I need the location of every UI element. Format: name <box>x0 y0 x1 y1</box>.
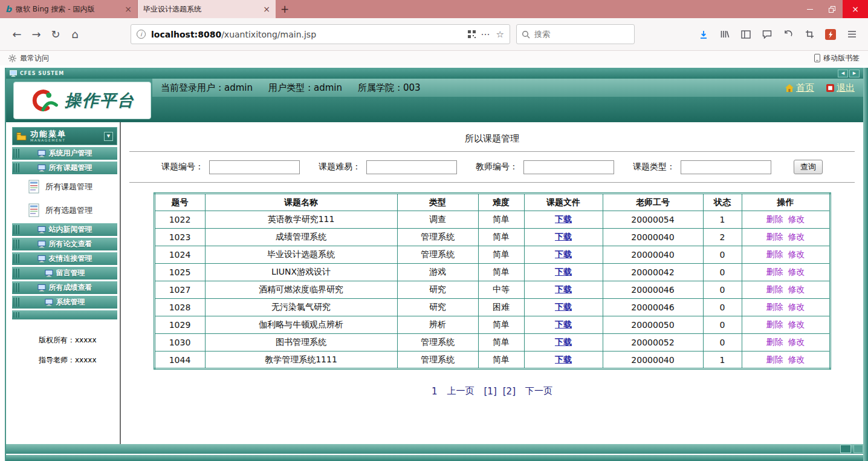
flash-plugin-icon[interactable] <box>821 25 840 44</box>
delete-link[interactable]: 删除 <box>766 319 783 329</box>
sidebar-item-topic-management[interactable]: 所有课题管理 <box>12 176 117 198</box>
sidebar-item-selection-management[interactable]: 所有选题管理 <box>12 200 117 221</box>
download-link[interactable]: 下载 <box>555 249 572 259</box>
forward-button[interactable]: → <box>27 25 46 44</box>
back-button[interactable]: ← <box>7 25 27 44</box>
page-1-link[interactable]: [1] <box>484 386 497 397</box>
edit-link[interactable]: 修改 <box>788 267 805 276</box>
sidebar-footer: 版权所有：xxxxx 指导老师：xxxxx <box>12 335 120 365</box>
edit-link[interactable]: 修改 <box>788 232 805 241</box>
logout-link[interactable]: 退出 <box>826 82 855 94</box>
home-link[interactable]: 首页 <box>785 82 814 94</box>
vertical-scrollbar[interactable] <box>863 68 868 461</box>
download-link[interactable]: 下载 <box>555 355 572 364</box>
tab-close-icon[interactable]: × <box>263 5 270 13</box>
download-link[interactable]: 下载 <box>555 214 572 224</box>
computer-icon <box>37 226 46 234</box>
difficulty-label: 课题难易： <box>319 162 361 172</box>
download-link[interactable]: 下载 <box>555 337 572 347</box>
sidebar-item-links[interactable]: 友情连接管理 <box>12 252 117 265</box>
new-tab-button[interactable]: + <box>276 0 294 18</box>
sidebar-item-all-topics[interactable]: 所有课题管理 <box>12 162 117 174</box>
bookmark-star-icon[interactable]: ☆ <box>496 29 504 40</box>
edit-link[interactable]: 修改 <box>788 284 805 294</box>
sidebar-item-papers[interactable]: 所有论文查看 <box>12 238 117 250</box>
horizontal-scrollbar[interactable] <box>6 444 863 454</box>
menu-collapse-icon[interactable]: ▼ <box>104 132 113 141</box>
search-input[interactable] <box>534 30 613 39</box>
prev-page-link[interactable]: 上一页 <box>447 385 474 397</box>
sidebar-toggle-icon[interactable] <box>737 25 755 44</box>
restore-button[interactable] <box>821 0 843 18</box>
delete-link[interactable]: 删除 <box>766 267 783 276</box>
table-row: 1025 LIUNX游戏设计 游戏 简单 下载 20000042 0 删除修改 <box>154 264 830 281</box>
home-button[interactable]: ⌂ <box>65 25 85 44</box>
edit-link[interactable]: 修改 <box>788 214 805 224</box>
download-icon[interactable] <box>695 25 713 44</box>
undo-icon[interactable] <box>779 25 797 44</box>
minimize-button[interactable] <box>799 0 821 18</box>
download-link[interactable]: 下载 <box>555 319 572 329</box>
delete-link[interactable]: 删除 <box>766 302 783 312</box>
messages-icon[interactable] <box>758 25 776 44</box>
table-row: 1022 英语教学研究111 调查 简单 下载 20000054 1 删除修改 <box>154 211 830 229</box>
edit-link[interactable]: 修改 <box>788 319 805 329</box>
table-row: 1029 伽利略与牛顿观点辨析 辨析 简单 下载 20000050 0 删除修改 <box>154 316 830 334</box>
download-link[interactable]: 下载 <box>555 284 572 294</box>
download-link[interactable]: 下载 <box>555 302 572 312</box>
bookmark-mobile[interactable]: 移动版书签 <box>814 53 860 64</box>
teacher-id-input[interactable] <box>523 160 614 174</box>
tab-bing[interactable]: b 微软 Bing 搜索 - 国内版 × <box>0 0 138 18</box>
sidebar-item-system-users[interactable]: 系统用户管理 <box>12 147 117 160</box>
computer-icon <box>37 284 46 292</box>
function-menu: 功能菜单 MANAGEMENT ▼ 系统用户管理 所有课题管理 所有课题管理 <box>12 127 117 319</box>
topic-type-input[interactable] <box>681 160 771 174</box>
main-content: 所以课题管理 课题编号： 课题难易： 教师编号： 课题类型： 查询 <box>121 122 863 444</box>
qr-extension-icon[interactable] <box>468 30 476 38</box>
edit-link[interactable]: 修改 <box>788 302 805 312</box>
sidebar-item-news[interactable]: 站内新闻管理 <box>12 223 117 236</box>
delete-link[interactable]: 删除 <box>766 355 783 364</box>
screenshot-icon[interactable] <box>800 25 818 44</box>
difficulty-input[interactable] <box>366 160 457 174</box>
query-button[interactable]: 查询 <box>794 160 823 174</box>
menu-footer-cap <box>12 310 117 319</box>
site-info-icon[interactable]: i <box>137 30 146 39</box>
page-2-link[interactable]: [2] <box>503 386 516 397</box>
bookmark-most-visited[interactable]: 最常访问 <box>20 53 49 64</box>
next-page-link[interactable]: 下一页 <box>525 385 552 397</box>
tab-close-icon[interactable]: × <box>125 5 132 13</box>
delete-link[interactable]: 删除 <box>766 214 783 224</box>
scroll-right-icon[interactable]: ▶ <box>849 70 860 77</box>
download-link[interactable]: 下载 <box>555 267 572 276</box>
table-row: 1027 酒精可燃浓度临界研究 研究 中等 下载 20000046 0 删除修改 <box>154 281 830 299</box>
url-bar[interactable]: i localhost:8080/xuantixitong/main.jsp …… <box>131 24 510 44</box>
sidebar-item-messages[interactable]: 留言管理 <box>12 267 117 280</box>
delete-link[interactable]: 删除 <box>766 284 783 294</box>
download-link[interactable]: 下载 <box>555 232 572 241</box>
menu-icon[interactable] <box>843 25 861 44</box>
edit-link[interactable]: 修改 <box>788 249 805 259</box>
library-icon[interactable] <box>716 25 734 44</box>
scroll-left-icon[interactable]: ◀ <box>838 70 848 77</box>
scrollbar-thumb[interactable] <box>840 445 851 453</box>
sidebar-item-system[interactable]: 系统管理 <box>12 296 117 309</box>
reload-button[interactable]: ↻ <box>46 25 65 44</box>
edit-link[interactable]: 修改 <box>788 355 805 364</box>
delete-link[interactable]: 删除 <box>766 337 783 347</box>
edit-link[interactable]: 修改 <box>788 337 805 347</box>
close-button[interactable]: × <box>843 0 868 18</box>
delete-link[interactable]: 删除 <box>766 249 783 259</box>
search-bar[interactable] <box>516 24 635 44</box>
logo-icon <box>30 88 60 113</box>
sidebar-item-grades[interactable]: 所有成绩查看 <box>12 281 117 294</box>
computer-icon <box>45 270 53 277</box>
tab-active[interactable]: 毕业设计选题系统 × <box>138 0 276 18</box>
page-body: 功能菜单 MANAGEMENT ▼ 系统用户管理 所有课题管理 所有课题管理 <box>6 122 868 444</box>
bookmark-mobile-label: 移动版书签 <box>823 53 860 64</box>
delete-link[interactable]: 删除 <box>766 232 783 241</box>
advisor-text: 指导老师：xxxxx <box>39 355 120 365</box>
page-actions-icon[interactable]: … <box>481 27 491 38</box>
topic-id-input[interactable] <box>209 160 300 174</box>
user-info-strip: 当前登录用户：admin 用户类型：admin 所属学院：003 首页 退出 <box>152 79 863 97</box>
